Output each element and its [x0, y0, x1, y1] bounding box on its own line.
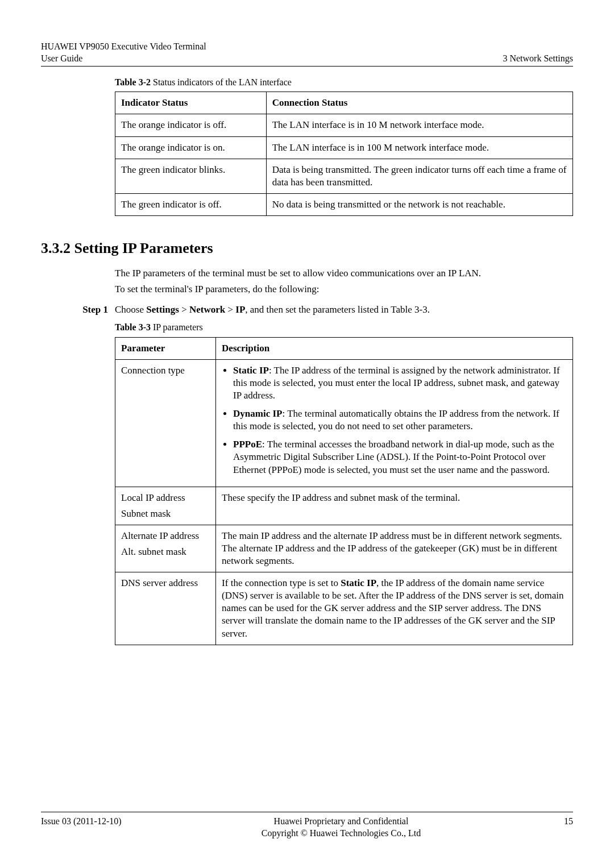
page-header: HUAWEI VP9050 Executive Video Terminal U… [41, 41, 573, 67]
param-text: : The terminal automatically obtains the… [233, 408, 559, 431]
param-name: Local IP address [121, 492, 210, 504]
footer-center: Huawei Proprietary and Confidential Copy… [132, 816, 550, 840]
param-text: : The IP address of the terminal is assi… [233, 365, 560, 401]
page-footer: Issue 03 (2011-12-10) Huawei Proprietary… [41, 812, 573, 840]
table-row: The orange indicator is on. The LAN inte… [115, 136, 573, 159]
param-text: : The terminal accesses the broadband ne… [233, 439, 554, 475]
section-heading: 3.3.2 Setting IP Parameters [41, 239, 573, 258]
header-chapter-text: 3 Network Settings [503, 53, 573, 65]
table-3-2-title: Status indicators of the LAN interface [151, 77, 292, 87]
table-3-3: Parameter Description Connection type St… [115, 337, 573, 645]
col-parameter: Parameter [115, 337, 216, 359]
list-item: PPPoE: The terminal accesses the broadba… [233, 438, 567, 476]
footer-copyright: Copyright © Huawei Technologies Co., Ltd [132, 828, 550, 840]
footer-issue: Issue 03 (2011-12-10) [41, 816, 132, 840]
indicator-status-cell: The orange indicator is on. [115, 136, 267, 159]
parameter-cell: Local IP address Subnet mask [115, 487, 216, 525]
footer-proprietary: Huawei Proprietary and Confidential [132, 816, 550, 828]
col-description: Description [216, 337, 573, 359]
description-cell: If the connection type is set to Static … [216, 572, 573, 645]
header-product: HUAWEI VP9050 Executive Video Terminal [41, 41, 206, 53]
parameter-cell: Alternate IP address Alt. subnet mask [115, 525, 216, 572]
list-item: Dynamic IP: The terminal automatically o… [233, 408, 567, 433]
param-name: Subnet mask [121, 508, 210, 520]
connection-status-cell: The LAN interface is in 10 M network int… [266, 114, 572, 136]
table-row: Connection type Static IP: The IP addres… [115, 359, 573, 487]
col-indicator-status: Indicator Status [115, 92, 267, 114]
table-3-2-caption: Table 3-2 Status indicators of the LAN i… [115, 77, 573, 89]
step-text: Choose [115, 304, 146, 315]
table-row: Local IP address Subnet mask These speci… [115, 487, 573, 525]
table-3-3-caption: Table 3-3 IP parameters [115, 322, 573, 334]
indicator-status-cell: The orange indicator is off. [115, 114, 267, 136]
step-text: , and then set the parameters listed in … [245, 304, 430, 315]
indicator-status-cell: The green indicator blinks. [115, 159, 267, 193]
nav-separator: > [225, 304, 235, 315]
param-name: Alt. subnet mask [121, 546, 210, 558]
table-row: Alternate IP address Alt. subnet mask Th… [115, 525, 573, 572]
description-cell: These specify the IP address and subnet … [216, 487, 573, 525]
table-3-3-title: IP parameters [151, 322, 203, 332]
table-3-2: Indicator Status Connection Status The o… [115, 92, 573, 216]
table-row: The green indicator blinks. Data is bein… [115, 159, 573, 193]
table-header-row: Parameter Description [115, 337, 573, 359]
param-pppoe: PPPoE [233, 439, 262, 450]
nav-ip: IP [235, 304, 245, 315]
param-name: Alternate IP address [121, 530, 210, 542]
table-3-3-label: Table 3-3 [115, 322, 151, 332]
header-chapter: 3 Network Settings [503, 41, 573, 65]
connection-status-cell: Data is being transmitted. The green ind… [266, 159, 572, 193]
table-row: DNS server address If the connection typ… [115, 572, 573, 645]
section-paragraph: To set the terminal's IP parameters, do … [115, 283, 573, 296]
footer-page-number: 15 [550, 816, 573, 840]
nav-separator: > [179, 304, 189, 315]
param-static-ip: Static IP [233, 365, 269, 376]
param-dynamic-ip: Dynamic IP [233, 408, 282, 419]
indicator-status-cell: The green indicator is off. [115, 193, 267, 215]
description-list: Static IP: The IP address of the termina… [222, 364, 567, 476]
step-label: Step 1 [41, 304, 115, 316]
description-cell: Static IP: The IP address of the termina… [216, 359, 573, 487]
col-connection-status: Connection Status [266, 92, 572, 114]
desc-text: If the connection type is set to [222, 578, 341, 588]
connection-status-cell: The LAN interface is in 100 M network in… [266, 136, 572, 159]
table-header-row: Indicator Status Connection Status [115, 92, 573, 114]
step-1: Step 1 Choose Settings > Network > IP, a… [41, 304, 573, 316]
nav-settings: Settings [146, 304, 179, 315]
connection-status-cell: No data is being transmitted or the netw… [266, 193, 572, 215]
nav-network: Network [189, 304, 225, 315]
parameter-cell: DNS server address [115, 572, 216, 645]
header-left: HUAWEI VP9050 Executive Video Terminal U… [41, 41, 206, 65]
step-content: Choose Settings > Network > IP, and then… [115, 304, 573, 316]
parameter-cell: Connection type [115, 359, 216, 487]
section-paragraph: The IP parameters of the terminal must b… [115, 267, 573, 280]
table-3-2-label: Table 3-2 [115, 77, 151, 87]
header-doc: User Guide [41, 53, 206, 65]
table-row: The orange indicator is off. The LAN int… [115, 114, 573, 136]
description-cell: The main IP address and the alternate IP… [216, 525, 573, 572]
list-item: Static IP: The IP address of the termina… [233, 364, 567, 402]
desc-static-ip: Static IP [341, 578, 376, 588]
table-row: The green indicator is off. No data is b… [115, 193, 573, 215]
